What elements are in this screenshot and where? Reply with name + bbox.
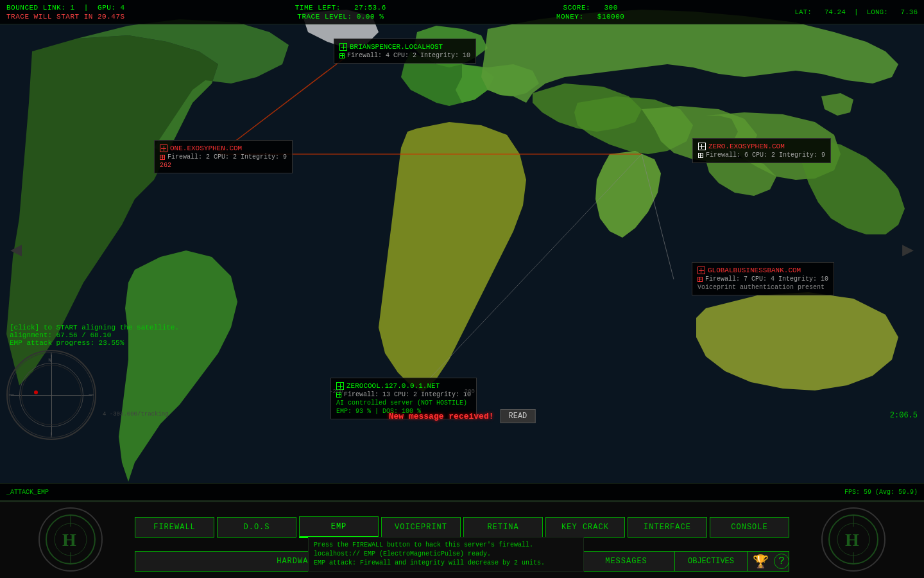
- dos-button[interactable]: D.O.S: [217, 517, 296, 538]
- alignment: alignment: 67.56 / 68.10: [10, 331, 179, 339]
- hud-center: Time Left: 27:53.6 Trace level: 0.00 %: [295, 4, 386, 21]
- tracking-info: 4 -303.000/tracking: [103, 411, 169, 417]
- interface-button[interactable]: INTERFACE: [628, 517, 707, 538]
- node-one-exosyphen-extra: 262: [160, 162, 287, 169]
- hud-bounced-gpu: Bounced Link: 1 | GPU: 4: [6, 4, 125, 12]
- node-globalbusiness[interactable]: GlobalBusinessBank.com Firewall: 7 CPU: …: [692, 262, 834, 295]
- console-button[interactable]: CONSOLE: [710, 517, 789, 538]
- score-value: 300: [604, 4, 617, 12]
- arrow-right-icon[interactable]: ▶: [902, 238, 914, 261]
- info-line-3: EMP attack: Firewall and integrity will …: [314, 559, 578, 568]
- node-brianspencer-stats: Firewall: 4 CPU: 2 Integrity: 10: [347, 52, 470, 59]
- node-globalbusiness-extra: Voiceprint authentication present: [697, 284, 828, 291]
- bottom-hud-bar: _ATTACK_EMP FPS: 59 (Avg: 59.9) New mess…: [0, 483, 924, 501]
- hud-time: Time Left: 27:53.6: [295, 4, 386, 12]
- node-brianspencer[interactable]: BrianSpencer.localhost Firewall: 4 CPU: …: [334, 39, 476, 64]
- hud-score: Score: 300 Money: $10000: [556, 4, 625, 21]
- objectives-button[interactable]: OBJECTIVES: [674, 551, 748, 572]
- voiceprint-button[interactable]: VOICEPRINT: [381, 517, 461, 538]
- node-brianspencer-name: BrianSpencer.localhost: [350, 43, 443, 51]
- emp-progress: EMP attack progress: 23.55%: [10, 339, 179, 347]
- hack-button-row: FIREWALL D.O.S EMP VOICEPRINT RETINA KEY…: [0, 516, 924, 538]
- status-overlay: [click] to START aligning the satellite.…: [10, 324, 179, 347]
- world-map[interactable]: BrianSpencer.localhost Firewall: 4 CPU: …: [0, 0, 924, 501]
- hud-trace: Trace will start in 20.47s: [6, 13, 125, 21]
- message-bar: New message received! READ: [389, 409, 536, 423]
- money-value: $10000: [597, 13, 625, 21]
- lat-value: 74.24: [825, 8, 846, 16]
- scale-bar: -200 200: [329, 389, 475, 395]
- svg-text:N: N: [48, 358, 51, 363]
- node-zero-exosyphen[interactable]: zero.exosyphen.com Firewall: 6 CPU: 2 In…: [692, 138, 831, 163]
- read-button[interactable]: READ: [501, 409, 536, 423]
- hud-score-line: Score: 300: [556, 4, 625, 12]
- retina-button[interactable]: RETINA: [463, 517, 543, 538]
- bottom-section: H H FIREWALL D.O.S EMP VOICEPRINT RETINA…: [0, 501, 924, 578]
- node-globalbusiness-stats: Firewall: 7 CPU: 4 Integrity: 10: [705, 276, 828, 283]
- mode-display: _ATTACK_EMP: [6, 489, 49, 496]
- right-panel: ▶: [892, 24, 924, 474]
- fps-display: FPS: 59 (Avg: 59.9): [844, 489, 918, 496]
- svg-point-6: [21, 365, 81, 425]
- satellite-targeting: N: [6, 350, 96, 440]
- long-value: 7.36: [901, 8, 918, 16]
- key-crack-button[interactable]: KEY CRACK: [545, 517, 625, 538]
- info-line-1: Press the FIREWALL button to hack this s…: [314, 541, 578, 550]
- hud-money: Money: $10000: [556, 13, 625, 21]
- node-one-exosyphen-name: one.exosyphen.com: [170, 144, 242, 152]
- bounced-link: Bounced Link: 1: [6, 4, 75, 12]
- firewall-button[interactable]: FIREWALL: [135, 517, 214, 538]
- hud-left: Bounced Link: 1 | GPU: 4 Trace will star…: [6, 4, 125, 21]
- node-zero-exosyphen-stats: Firewall: 6 CPU: 2 Integrity: 9: [706, 152, 825, 159]
- arrow-left-icon[interactable]: ◀: [10, 238, 22, 261]
- help-icon[interactable]: ?: [774, 554, 789, 569]
- top-hud: Bounced Link: 1 | GPU: 4 Trace will star…: [0, 0, 924, 24]
- trophy-icon: 🏆: [753, 554, 769, 570]
- hud-trace-level: Trace level: 0.00 %: [295, 13, 386, 21]
- new-message-text: New message received!: [389, 412, 494, 421]
- emp-button[interactable]: EMP: [299, 516, 379, 538]
- hud-latlong: LAT: 74.24 | LONG: 7.36: [795, 8, 918, 16]
- info-line-2: localhost:// EMP (ElectroMagneticPulse) …: [314, 550, 578, 559]
- click-text: [click] to START aligning the satellite.: [10, 324, 179, 331]
- node-one-exosyphen[interactable]: one.exosyphen.com Firewall: 2 CPU: 2 Int…: [154, 140, 293, 173]
- timer-display: 2:06.5: [890, 411, 918, 420]
- map-coords: 4 -303.000/tracking: [103, 411, 169, 417]
- node-one-exosyphen-stats: Firewall: 2 CPU: 2 Integrity: 9: [167, 153, 287, 161]
- latlong-display: LAT: 74.24 | LONG: 7.36: [795, 8, 918, 16]
- node-zerocool-extra1: AI controlled server (NOT HOSTILE): [336, 399, 471, 407]
- node-zero-exosyphen-name: zero.exosyphen.com: [708, 143, 785, 150]
- objectives-area: OBJECTIVES 🏆 ?: [674, 551, 789, 572]
- info-text-area: Press the FIREWALL button to hack this s…: [308, 537, 584, 572]
- node-globalbusiness-name: GlobalBusinessBank.com: [708, 267, 801, 274]
- time-value: 27:53.6: [354, 4, 386, 12]
- gpu-count: GPU: 4: [98, 4, 125, 12]
